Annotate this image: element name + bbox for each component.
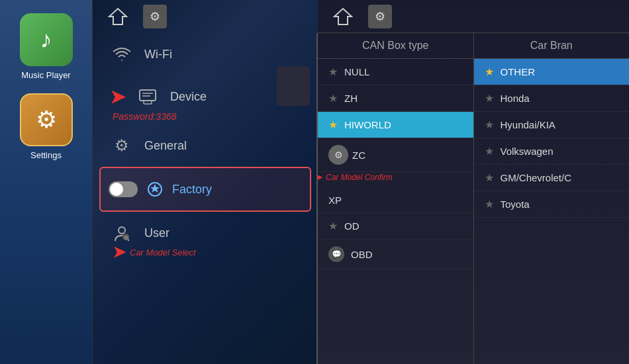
zc-label: ZC [352,150,365,161]
settings-label: Settings [30,150,62,160]
brand-item-hyundai[interactable]: ★ Hyundai/KIA [474,112,630,138]
toyota-star: ★ [485,198,494,210]
zh-label: ZH [344,93,358,104]
svg-marker-0 [109,9,126,24]
music-player-icon: ♪ [20,13,73,66]
gm-star: ★ [485,171,494,184]
brand-item-other[interactable]: ★ OTHER [474,59,630,85]
music-player-app[interactable]: ♪ Music Player [10,13,83,80]
svg-point-6 [119,227,125,234]
can-item-null[interactable]: ★ NULL [318,59,473,85]
brand-item-honda[interactable]: ★ Honda [474,85,630,112]
brand-item-gm[interactable]: ★ GM/Chevrolet/C [474,165,630,191]
obd-label: OBD [351,249,373,260]
user-label: User [144,226,169,240]
null-star: ★ [328,66,338,78]
hyundai-star: ★ [485,118,494,131]
music-player-label: Music Player [21,70,70,80]
vw-label: Volkswagen [501,146,554,157]
xp-label: XP [328,195,342,206]
can-item-obd[interactable]: 💬 OBD [318,240,473,269]
car-brand-items: ★ OTHER ★ Honda ★ Hyundai/KIA ★ Volkswag… [474,59,630,364]
car-select-label: Car Model Select [130,248,196,257]
car-select-annotation: ➤ Car Model Select [113,243,196,261]
right-panel: ⚙ CAN Box type ★ NULL ★ ZH ★ HIWORLD [318,0,629,364]
general-icon: ⚙ [110,134,134,158]
vw-star: ★ [485,145,494,158]
can-box-header: CAN Box type [318,33,473,59]
honda-label: Honda [501,93,530,104]
sidebar: ♪ Music Player ⚙ Settings [0,0,93,364]
home-button[interactable] [106,5,130,28]
menu-item-general[interactable]: ⚙ General [99,124,311,167]
hyundai-label: Hyundai/KIA [501,119,556,130]
od-star: ★ [328,220,338,232]
car-brand-column: Car Bran ★ OTHER ★ Honda ★ Hyundai/KIA ★… [474,33,630,364]
menu-item-factory[interactable]: Factory [99,167,311,212]
honda-star: ★ [485,92,494,105]
general-label: General [144,139,187,153]
right-settings-button[interactable]: ⚙ [368,5,392,28]
user-icon: ⚙ [110,221,134,245]
middle-topbar: ⚙ [93,0,318,33]
svg-text:⚙: ⚙ [124,235,128,241]
right-topbar: ⚙ [318,0,629,33]
hiworld-star: ★ [328,118,338,131]
svg-rect-4 [144,101,152,104]
can-box-items: ★ NULL ★ ZH ★ HIWORLD ⚙ [318,59,473,364]
svg-rect-1 [140,90,156,101]
settings-gear-button[interactable]: ⚙ [143,5,167,28]
can-box-column: CAN Box type ★ NULL ★ ZH ★ HIWORLD [318,33,474,364]
can-item-xp[interactable]: XP [318,188,473,213]
settings-app[interactable]: ⚙ Settings [10,93,83,160]
brand-item-toyota[interactable]: ★ Toyota [474,191,630,218]
factory-icon [143,177,167,201]
other-star: ★ [485,66,494,78]
toyota-label: Toyota [501,199,530,210]
od-label: OD [344,220,360,232]
other-label: OTHER [501,66,536,77]
can-item-hiworld[interactable]: ★ HIWORLD [318,112,473,138]
can-item-zc[interactable]: ⚙ ZC ➤ Car Model Confirm [318,138,473,172]
null-label: NULL [344,66,369,77]
can-item-zh[interactable]: ★ ZH [318,85,473,112]
right-home-button[interactable] [331,5,355,28]
car-brand-header: Car Bran [474,33,630,59]
car-confirm-annotation: ➤ Car Model Confirm [318,169,393,186]
device-label: Device [170,90,207,104]
device-arrow: ➤ [110,86,125,108]
wifi-icon [110,42,134,66]
hiworld-label: HIWORLD [344,119,391,130]
gm-label: GM/Chevrolet/C [501,172,572,183]
can-item-od[interactable]: ★ OD [318,213,473,240]
device-icon [136,85,160,109]
middle-panel: ⚙ Wi-Fi ➤ [93,0,318,364]
svg-marker-9 [334,9,352,24]
factory-toggle[interactable] [109,181,138,197]
placeholder-rect [277,66,310,106]
wifi-label: Wi-Fi [144,48,172,62]
brand-item-volkswagen[interactable]: ★ Volkswagen [474,138,630,165]
confirm-arrow: ➤ [318,169,323,186]
zh-star: ★ [328,92,338,105]
obd-icon: 💬 [328,246,344,262]
zc-gear-icon: ⚙ [328,145,348,165]
settings-icon-box: ⚙ [20,93,73,146]
factory-label: Factory [172,183,212,197]
confirm-label: Car Model Confirm [326,173,393,182]
columns: CAN Box type ★ NULL ★ ZH ★ HIWORLD [318,33,629,364]
car-select-arrow: ➤ [113,243,126,261]
